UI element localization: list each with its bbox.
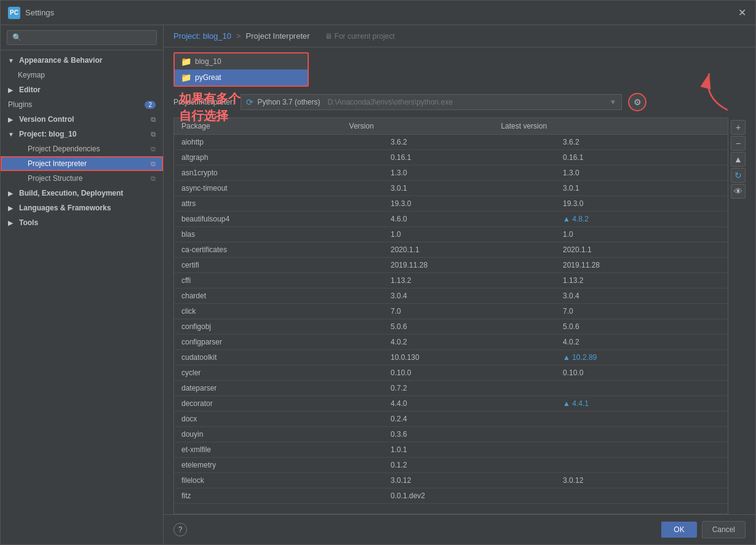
remove-package-button[interactable]: − [731, 136, 746, 151]
sidebar-item-languages[interactable]: ▶ Languages & Frameworks [1, 201, 163, 215]
table-row[interactable]: click 7.0 7.0 [174, 304, 728, 319]
table-row[interactable]: cycler 0.10.0 0.10.0 [174, 365, 728, 381]
package-name: dateparser [174, 381, 383, 396]
ok-button[interactable]: OK [661, 522, 696, 538]
package-name: douyin [174, 427, 383, 442]
package-name: altgraph [174, 150, 383, 165]
right-panel: Project: blog_10 > Project Interpreter 🖥… [164, 25, 755, 544]
package-name: asn1crypto [174, 165, 383, 181]
package-name: etelemetry [174, 458, 383, 473]
package-latest: 19.3.0 [555, 196, 728, 212]
table-row[interactable]: douyin 0.3.6 [174, 427, 728, 442]
interpreter-path: D:\Anaconda3\envs\others\python.exe [327, 98, 452, 106]
table-row[interactable]: et-xmlfile 1.0.1 [174, 442, 728, 458]
for-current-project: 🖥 For current project [325, 32, 395, 41]
package-latest: ▲ 4.8.2 [555, 212, 728, 227]
sidebar-item-project[interactable]: ▼ Project: blog_10 ⧉ [1, 127, 163, 141]
expand-icon: ▼ [8, 57, 15, 64]
package-latest: 1.3.0 [555, 165, 728, 181]
table-row[interactable]: async-timeout 3.0.1 3.0.1 [174, 181, 728, 196]
table-row[interactable]: attrs 19.3.0 19.3.0 [174, 196, 728, 212]
package-name: click [174, 304, 383, 319]
table-row[interactable]: beautifulsoup4 4.6.0 ▲ 4.8.2 [174, 212, 728, 227]
package-name: decorator [174, 396, 383, 412]
package-latest: 3.6.2 [555, 135, 728, 150]
package-latest: 2020.1.1 [555, 242, 728, 258]
package-latest: 0.16.1 [555, 150, 728, 165]
search-input[interactable] [7, 30, 157, 45]
bottom-bar: ? OK Cancel [164, 514, 755, 544]
folder-icon: 📁 [181, 73, 191, 82]
interpreter-dropdown[interactable]: ⟳ Python 3.7 (others) D:\Anaconda3\envs\… [241, 94, 622, 110]
table-row[interactable]: aiohttp 3.6.2 3.6.2 [174, 135, 728, 150]
table-row[interactable]: docx 0.2.4 [174, 412, 728, 427]
breadcrumb: Project: blog_10 > Project Interpreter 🖥… [164, 25, 755, 47]
package-latest: ▲ 4.4.1 [555, 396, 728, 412]
package-name: filelock [174, 473, 383, 488]
close-button[interactable]: ✕ [736, 7, 748, 19]
table-row[interactable]: blas 1.0 1.0 [174, 227, 728, 242]
project-item-blog10[interactable]: 📁 blog_10 [175, 54, 308, 70]
copy-icon: ⧉ [151, 145, 156, 153]
sidebar-item-keymap[interactable]: Keymap [1, 68, 163, 82]
search-box [1, 25, 163, 50]
col-package: Package [174, 118, 342, 135]
copy-icon: ⧉ [151, 160, 156, 168]
package-version: 3.0.1 [383, 181, 555, 196]
package-name: async-timeout [174, 181, 383, 196]
monitor-icon: 🖥 [325, 32, 332, 41]
package-latest [555, 458, 728, 473]
package-name: attrs [174, 196, 383, 212]
sidebar-item-tools[interactable]: ▶ Tools [1, 215, 163, 230]
table-row[interactable]: configparser 4.0.2 4.0.2 [174, 335, 728, 350]
table-row[interactable]: decorator 4.4.0 ▲ 4.4.1 [174, 396, 728, 412]
package-name: cycler [174, 365, 383, 381]
sidebar-item-editor[interactable]: ▶ Editor [1, 82, 163, 97]
add-package-button[interactable]: + [731, 120, 746, 135]
copy-icon: ⧉ [151, 116, 156, 124]
table-row[interactable]: etelemetry 0.1.2 [174, 458, 728, 473]
package-version: 1.13.2 [383, 273, 555, 288]
table-row[interactable]: certifi 2019.11.28 2019.11.28 [174, 258, 728, 273]
table-row[interactable]: ca-certificates 2020.1.1 2020.1.1 [174, 242, 728, 258]
package-version: 2019.11.28 [383, 258, 555, 273]
help-button[interactable]: ? [173, 523, 187, 536]
package-table-scroll[interactable]: aiohttp 3.6.2 3.6.2 altgraph 0.16.1 0.16… [174, 135, 728, 514]
dropdown-arrow-icon: ▼ [609, 98, 616, 106]
project-item-pygreat[interactable]: 📁 pyGreat [175, 70, 308, 86]
sidebar-item-appearance[interactable]: ▼ Appearance & Behavior [1, 53, 163, 68]
eye-button[interactable]: 👁 [731, 184, 746, 199]
breadcrumb-current: Project Interpreter [246, 31, 310, 41]
sidebar-item-plugins[interactable]: Plugins 2 [1, 97, 163, 112]
table-row[interactable]: asn1crypto 1.3.0 1.3.0 [174, 165, 728, 181]
package-table-body: aiohttp 3.6.2 3.6.2 altgraph 0.16.1 0.16… [174, 135, 728, 504]
package-name: ca-certificates [174, 242, 383, 258]
sidebar-item-build[interactable]: ▶ Build, Execution, Deployment [1, 186, 163, 201]
package-latest: 1.13.2 [555, 273, 728, 288]
table-row[interactable]: cudatoolkit 10.0.130 ▲ 10.2.89 [174, 350, 728, 365]
table-row[interactable]: configobj 5.0.6 5.0.6 [174, 319, 728, 335]
package-version: 5.0.6 [383, 319, 555, 335]
cancel-button[interactable]: Cancel [702, 521, 746, 538]
package-version: 0.2.4 [383, 412, 555, 427]
package-latest: 3.0.1 [555, 181, 728, 196]
package-latest [555, 412, 728, 427]
table-row[interactable]: filelock 3.0.12 3.0.12 [174, 473, 728, 488]
sidebar-item-version-control[interactable]: ▶ Version Control ⧉ [1, 112, 163, 127]
table-row[interactable]: dateparser 0.7.2 [174, 381, 728, 396]
table-row[interactable]: fitz 0.0.1.dev2 [174, 488, 728, 504]
settings-gear-button[interactable]: ⚙ [628, 93, 647, 111]
sidebar-item-project-interpreter[interactable]: Project Interpreter ⧉ [1, 156, 163, 171]
python-icon: ⟳ [246, 97, 253, 107]
table-row[interactable]: chardet 3.0.4 3.0.4 [174, 288, 728, 304]
scroll-up-button[interactable]: ▲ [731, 152, 746, 167]
package-latest: 1.0 [555, 227, 728, 242]
breadcrumb-project-link[interactable]: Project: blog_10 [173, 31, 231, 41]
package-latest: 3.0.4 [555, 288, 728, 304]
sidebar-item-project-deps[interactable]: Project Dependencies ⧉ [1, 141, 163, 156]
package-name: chardet [174, 288, 383, 304]
refresh-button[interactable]: ↻ [731, 168, 746, 183]
table-row[interactable]: altgraph 0.16.1 0.16.1 [174, 150, 728, 165]
table-row[interactable]: cffi 1.13.2 1.13.2 [174, 273, 728, 288]
sidebar-item-project-structure[interactable]: Project Structure ⧉ [1, 171, 163, 186]
